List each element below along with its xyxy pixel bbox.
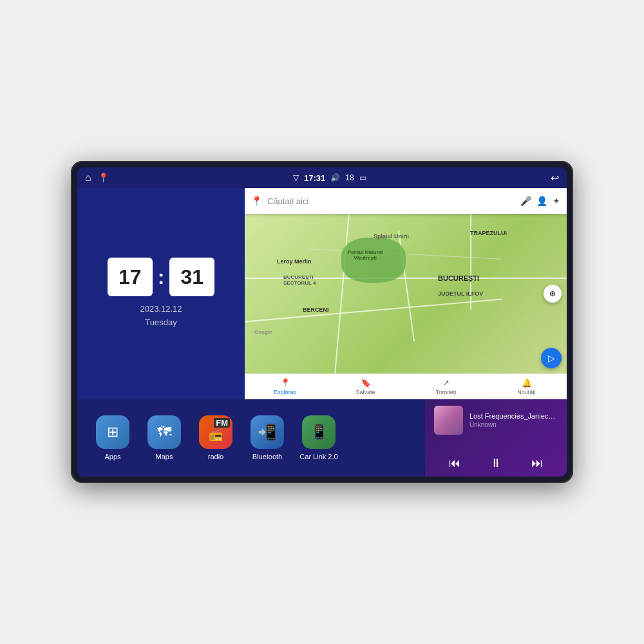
clock-date: 2023.12.12 Tuesday bbox=[140, 303, 182, 330]
volume-icon: 🔊 bbox=[330, 173, 340, 182]
home-icon[interactable]: ⌂ bbox=[85, 172, 91, 184]
music-artist: Unknown bbox=[469, 421, 558, 428]
map-bottom-nav: 📍 Explorați 🔖 Salvate ↗ Trimiteți 🔔 bbox=[245, 374, 567, 399]
saved-icon: 🔖 bbox=[361, 378, 371, 388]
apps-label: Apps bbox=[104, 453, 120, 460]
maps-pin-icon[interactable]: 📍 bbox=[98, 173, 109, 183]
carlink-symbol: 📱 bbox=[310, 424, 328, 440]
car-display: ⌂ 📍 ▽ 17:31 🔊 18 ▭ ↩ 17 : bbox=[71, 161, 573, 483]
map-body[interactable]: Parcul NaturalVăcărești BUCUREȘTI JUDEȚU… bbox=[245, 214, 567, 374]
music-thumbnail bbox=[434, 406, 463, 435]
status-center: ▽ 17:31 🔊 18 ▭ bbox=[293, 173, 366, 183]
music-controls: ⏮ ⏸ ⏭ bbox=[434, 457, 558, 470]
map-pin-icon: 📍 bbox=[251, 196, 262, 206]
maps-icon-bg: 🗺 bbox=[147, 415, 181, 449]
apps-icon-bg: ⊞ bbox=[96, 415, 129, 449]
map-nav-explore[interactable]: 📍 Explorați bbox=[245, 378, 325, 395]
top-row: 17 : 31 2023.12.12 Tuesday 📍 Căutați aic… bbox=[77, 188, 567, 399]
status-bar: ⌂ 📍 ▽ 17:31 🔊 18 ▭ ↩ bbox=[77, 167, 567, 188]
map-nav-news[interactable]: 🔔 Noutăți bbox=[486, 378, 567, 395]
account-icon[interactable]: 👤 bbox=[536, 196, 547, 206]
map-search-text[interactable]: Căutați aici bbox=[267, 196, 308, 206]
status-left-icons: ⌂ 📍 bbox=[85, 172, 109, 184]
bluetooth-symbol: 📲 bbox=[258, 423, 277, 441]
radio-label: radio bbox=[208, 453, 223, 460]
gps-icon: ▽ bbox=[293, 173, 299, 182]
battery-level: 18 bbox=[345, 173, 354, 182]
map-nav-share[interactable]: ↗ Trimiteți bbox=[406, 378, 486, 395]
clock-display: 17 : 31 bbox=[108, 258, 215, 296]
back-icon[interactable]: ↩ bbox=[551, 172, 559, 184]
radio-icon-bg: FM 📻 bbox=[199, 415, 232, 449]
app-icons-section: ⊞ Apps 🗺 Maps FM 📻 bbox=[77, 399, 425, 477]
bottom-row: ⊞ Apps 🗺 Maps FM 📻 bbox=[77, 399, 567, 477]
app-icon-maps[interactable]: 🗺 Maps bbox=[142, 415, 187, 460]
next-button[interactable]: ⏭ bbox=[531, 457, 543, 470]
carlink-icon-bg: 📱 bbox=[302, 415, 336, 449]
music-details: Lost Frequencies_Janieck Devy-... Unknow… bbox=[469, 412, 558, 428]
apps-symbol: ⊞ bbox=[107, 424, 118, 440]
news-icon: 🔔 bbox=[522, 378, 532, 388]
music-player: Lost Frequencies_Janieck Devy-... Unknow… bbox=[425, 399, 567, 477]
clock-widget: 17 : 31 2023.12.12 Tuesday bbox=[77, 188, 245, 399]
app-icon-radio[interactable]: FM 📻 radio bbox=[193, 415, 238, 460]
bluetooth-label: Bluetooth bbox=[252, 453, 282, 460]
compass-button[interactable]: ⊕ bbox=[544, 285, 562, 303]
layers-icon[interactable]: ✦ bbox=[553, 196, 560, 206]
music-title: Lost Frequencies_Janieck Devy-... bbox=[469, 412, 558, 420]
map-nav-saved[interactable]: 🔖 Salvate bbox=[325, 378, 406, 395]
prev-button[interactable]: ⏮ bbox=[449, 457, 460, 470]
app-icon-apps[interactable]: ⊞ Apps bbox=[90, 415, 135, 460]
navigate-button[interactable]: ▷ bbox=[541, 348, 562, 368]
main-content: 17 : 31 2023.12.12 Tuesday 📍 Căutați aic… bbox=[77, 188, 567, 477]
clock-hour: 17 bbox=[108, 258, 153, 296]
explore-icon: 📍 bbox=[280, 378, 290, 388]
app-icon-carlink[interactable]: 📱 Car Link 2.0 bbox=[296, 415, 341, 460]
app-icon-bluetooth[interactable]: 📲 Bluetooth bbox=[245, 415, 290, 460]
map-search-bar[interactable]: 📍 Căutați aici 🎤 👤 ✦ bbox=[245, 188, 567, 214]
share-icon: ↗ bbox=[442, 378, 450, 388]
maps-symbol: 🗺 bbox=[157, 424, 171, 440]
radio-symbol: FM bbox=[214, 418, 230, 428]
bluetooth-icon-bg: 📲 bbox=[251, 415, 284, 449]
screen: ⌂ 📍 ▽ 17:31 🔊 18 ▭ ↩ 17 : bbox=[77, 167, 567, 477]
status-right-icons: ↩ bbox=[551, 172, 559, 184]
status-time: 17:31 bbox=[304, 173, 325, 183]
clock-colon: : bbox=[158, 265, 165, 289]
map-search-icons: 🎤 👤 ✦ bbox=[520, 196, 560, 206]
battery-icon: ▭ bbox=[359, 173, 366, 182]
music-info-row: Lost Frequencies_Janieck Devy-... Unknow… bbox=[434, 406, 558, 435]
mic-icon[interactable]: 🎤 bbox=[520, 196, 531, 206]
map-widget: 📍 Căutați aici 🎤 👤 ✦ bbox=[245, 188, 567, 399]
play-pause-button[interactable]: ⏸ bbox=[490, 457, 502, 470]
maps-label: Maps bbox=[156, 453, 173, 460]
clock-minute: 31 bbox=[169, 258, 214, 296]
carlink-label: Car Link 2.0 bbox=[299, 453, 337, 460]
